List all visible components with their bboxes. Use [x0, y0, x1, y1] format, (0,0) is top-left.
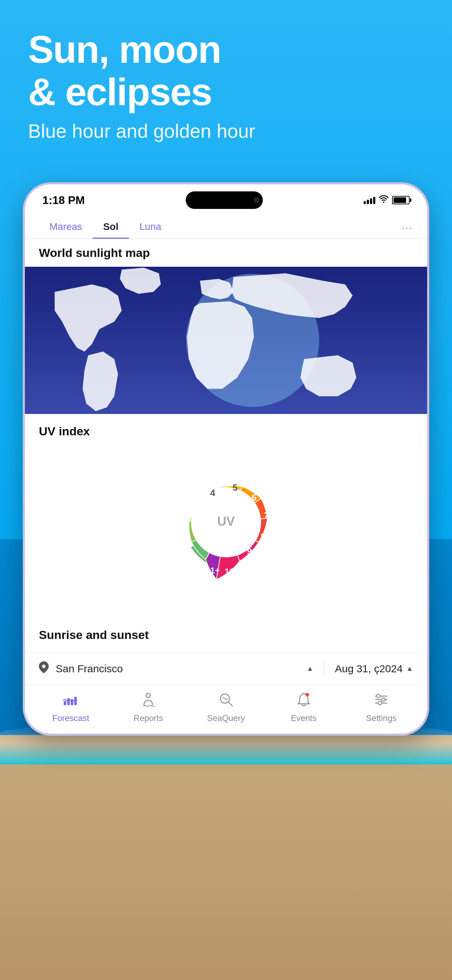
- location-bar: San Francisco ▲ Aug 31, ç2024 ▲: [25, 652, 427, 684]
- nav-item-reports[interactable]: Reports: [126, 692, 171, 723]
- svg-line-19: [228, 702, 232, 706]
- location-up-arrow: ▲: [307, 665, 314, 673]
- location-text: San Francisco: [56, 663, 303, 675]
- wifi-icon: [379, 195, 388, 205]
- status-bar: 1:18 PM: [25, 185, 427, 212]
- bottom-nav: Forescast Reports: [25, 684, 427, 733]
- tab-bar: Mareas Sol Luna ···: [25, 212, 427, 239]
- forecast-icon: [63, 692, 78, 711]
- uv-section-title: UV index: [39, 425, 413, 438]
- svg-text:4: 4: [210, 488, 215, 498]
- nav-label-reports: Reports: [134, 713, 163, 723]
- nav-item-seaquery[interactable]: SeaQuery: [203, 692, 249, 723]
- tab-mareas[interactable]: Mareas: [39, 218, 92, 239]
- svg-rect-15: [71, 700, 73, 705]
- svg-text:9: 9: [247, 546, 252, 557]
- phone-frame: 1:18 PM: [23, 182, 429, 736]
- svg-point-20: [306, 693, 309, 697]
- signal-bar-3: [370, 198, 372, 204]
- tab-sol[interactable]: Sol: [92, 218, 129, 239]
- svg-text:7: 7: [264, 510, 269, 521]
- camera-dot: [254, 197, 259, 203]
- svg-point-17: [146, 693, 150, 697]
- svg-text:2: 2: [193, 523, 197, 534]
- battery-icon: [392, 196, 410, 204]
- world-map-title: World sunlight map: [25, 239, 427, 267]
- nav-item-settings[interactable]: Settings: [358, 692, 404, 723]
- location-pin-icon: [39, 662, 49, 676]
- dynamic-island: [186, 191, 263, 209]
- signal-bar-2: [367, 200, 369, 204]
- events-icon: [296, 692, 312, 711]
- nav-label-events: Events: [291, 713, 317, 723]
- svg-text:UV: UV: [217, 514, 235, 528]
- tab-luna[interactable]: Luna: [129, 218, 172, 239]
- nav-label-settings: Settings: [366, 713, 396, 723]
- svg-point-24: [377, 694, 380, 698]
- date-up-arrow: ▲: [406, 665, 413, 673]
- svg-rect-14: [67, 698, 70, 705]
- battery-fill: [393, 197, 406, 203]
- sunrise-title: Sunrise and sunset: [39, 628, 413, 642]
- world-map-svg: [25, 267, 427, 414]
- settings-icon: [374, 692, 389, 711]
- header-section: Sun, moon & eclipses Blue hour and golde…: [28, 28, 255, 142]
- svg-rect-13: [64, 701, 66, 705]
- uv-donut-chart: UV 1 2 3 4 5 6 7 8 9: [159, 456, 293, 589]
- svg-text:10: 10: [224, 566, 235, 577]
- status-icons: [364, 195, 410, 205]
- world-map-container: [25, 267, 427, 414]
- svg-text:3: 3: [195, 504, 200, 514]
- nav-label-forecast: Forescast: [52, 713, 89, 723]
- reports-icon: [140, 692, 156, 711]
- svg-point-26: [378, 702, 382, 705]
- sunrise-section: Sunrise and sunset: [25, 617, 427, 652]
- svg-text:5: 5: [232, 482, 237, 493]
- uv-chart-container: UV 1 2 3 4 5 6 7 8 9: [39, 449, 413, 596]
- nav-label-seaquery: SeaQuery: [207, 713, 245, 723]
- status-time: 1:18 PM: [42, 194, 85, 207]
- date-separator: [324, 662, 325, 676]
- signal-bar-4: [373, 197, 375, 204]
- svg-text:6: 6: [251, 492, 256, 503]
- header-subtitle: Blue hour and golden hour: [28, 120, 255, 142]
- nav-item-events[interactable]: Events: [281, 692, 326, 723]
- svg-text:8: 8: [261, 531, 266, 542]
- tab-more[interactable]: ···: [402, 222, 413, 239]
- uv-section: UV index: [25, 414, 427, 613]
- seaquery-icon: [218, 692, 234, 711]
- svg-text:11+: 11+: [206, 566, 220, 575]
- svg-text:1: 1: [204, 539, 208, 550]
- nav-item-forecast[interactable]: Forescast: [48, 692, 94, 723]
- svg-point-25: [382, 698, 385, 702]
- header-title: Sun, moon & eclipses: [28, 28, 255, 113]
- date-text: Aug 31, ç2024: [335, 663, 403, 675]
- signal-bars-icon: [364, 196, 375, 204]
- background-sand: [0, 735, 452, 980]
- signal-bar-1: [364, 201, 366, 204]
